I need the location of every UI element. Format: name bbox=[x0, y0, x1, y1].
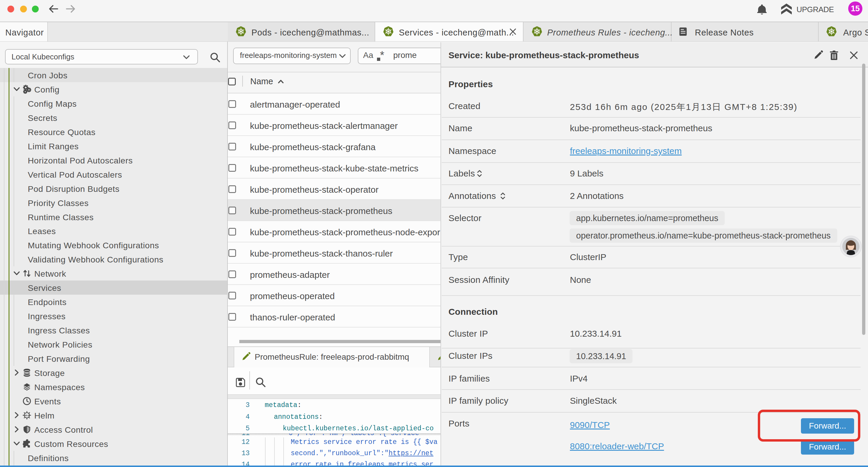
svg-text:HELM: HELM bbox=[24, 414, 30, 416]
